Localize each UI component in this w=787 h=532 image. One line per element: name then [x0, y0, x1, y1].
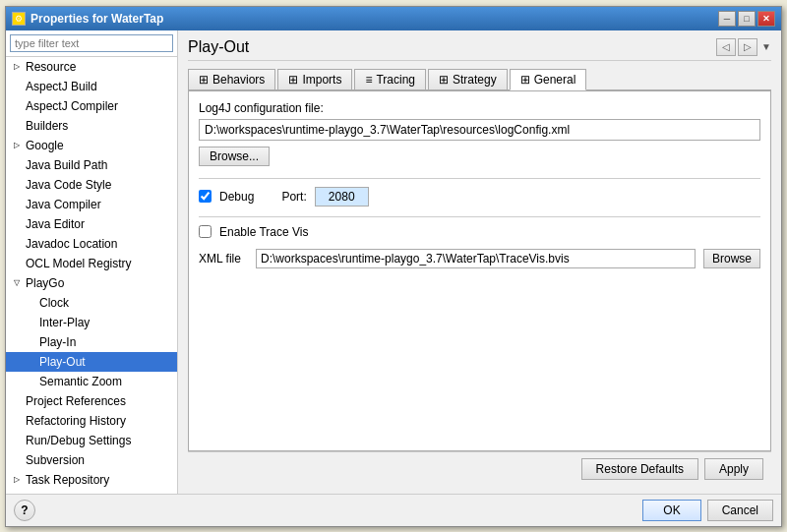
tree-arrow-resource: ▷ [14, 58, 24, 76]
filter-box [6, 30, 177, 57]
nav-dropdown-icon[interactable]: ▼ [761, 41, 771, 52]
tab-label-tracing: Tracing [376, 73, 415, 87]
tree: ▷ResourceAspectJ BuildAspectJ CompilerBu… [6, 57, 177, 494]
sidebar-item-aspectj-compiler[interactable]: AspectJ Compiler [6, 96, 177, 116]
sidebar-item-label-play-out: Play-Out [39, 353, 86, 371]
tab-label-imports: Imports [302, 73, 341, 87]
sidebar-item-semantic-zoom[interactable]: Semantic Zoom [6, 372, 177, 391]
tab-general[interactable]: ⊞General [510, 69, 587, 90]
sidebar-item-play-out[interactable]: Play-Out [6, 352, 177, 372]
trace-vis-row: Enable Trace Vis [199, 225, 760, 239]
sidebar-item-resource[interactable]: ▷Resource [6, 57, 177, 77]
tab-label-behaviors: Behaviors [212, 73, 265, 87]
sidebar-item-label-project-references: Project References [26, 392, 126, 410]
sidebar-item-label-task-repository: Task Repository [26, 471, 109, 489]
sidebar-item-run-debug-settings[interactable]: Run/Debug Settings [6, 431, 177, 450]
sidebar-item-java-build-path[interactable]: Java Build Path [6, 155, 177, 175]
sidebar-item-java-code-style[interactable]: Java Code Style [6, 175, 177, 195]
close-button[interactable]: ✕ [757, 11, 775, 27]
sidebar-item-java-editor[interactable]: Java Editor [6, 214, 177, 234]
panel-title-bar: Play-Out ◁ ▷ ▼ [188, 38, 771, 61]
tab-imports[interactable]: ⊞Imports [277, 69, 352, 89]
sidebar-item-ocl-model-registry[interactable]: OCL Model Registry [6, 254, 177, 273]
browse-button[interactable]: Browse... [199, 147, 270, 166]
log4j-label: Log4J configuration file: [199, 101, 760, 115]
filter-input[interactable] [10, 34, 173, 52]
sidebar-item-clock[interactable]: Clock [6, 293, 177, 313]
tab-icon-tracing: ≡ [365, 73, 372, 87]
tab-behaviors[interactable]: ⊞Behaviors [188, 69, 275, 89]
tab-label-strategy: Strategy [453, 73, 497, 87]
tab-label-general: General [534, 73, 576, 87]
sidebar-item-label-java-code-style: Java Code Style [26, 176, 111, 194]
footer-left: ? [14, 500, 35, 521]
footer: ? OK Cancel [6, 494, 781, 526]
main-panel: Play-Out ◁ ▷ ▼ ⊞Behaviors⊞Imports≡Tracin… [178, 30, 781, 494]
sidebar-item-play-in[interactable]: Play-In [6, 332, 177, 352]
tab-icon-strategy: ⊞ [439, 73, 449, 87]
nav-forward-button[interactable]: ▷ [738, 38, 757, 56]
sidebar-item-label-refactoring-history: Refactoring History [26, 412, 126, 430]
sidebar-item-project-references[interactable]: Project References [6, 391, 177, 411]
window-icon: ⚙ [12, 12, 26, 26]
sidebar-item-google[interactable]: ▷Google [6, 136, 177, 155]
sidebar-item-label-aspectj-compiler: AspectJ Compiler [26, 97, 118, 115]
content-area: ▷ResourceAspectJ BuildAspectJ CompilerBu… [6, 30, 781, 494]
main-window: ⚙ Properties for WaterTap ─ □ ✕ ▷Resourc… [5, 6, 782, 527]
sidebar-item-label-semantic-zoom: Semantic Zoom [39, 373, 122, 390]
sidebar-item-java-compiler[interactable]: Java Compiler [6, 195, 177, 214]
port-label: Port: [281, 190, 306, 204]
help-button[interactable]: ? [14, 500, 35, 521]
sidebar-item-label-java-compiler: Java Compiler [26, 196, 101, 213]
tabs-bar: ⊞Behaviors⊞Imports≡Tracing⊞Strategy⊞Gene… [188, 69, 771, 90]
xml-browse-button[interactable]: Browse [703, 249, 760, 268]
apply-button[interactable]: Apply [704, 458, 763, 480]
tree-arrow-google: ▷ [14, 137, 24, 154]
xml-path-input[interactable] [256, 249, 696, 268]
sidebar-item-inter-play[interactable]: Inter-Play [6, 313, 177, 332]
sidebar-item-builders[interactable]: Builders [6, 116, 177, 136]
maximize-button[interactable]: □ [738, 11, 756, 27]
sidebar-item-label-playgo: PlayGo [26, 274, 64, 292]
debug-row: Debug Port: [199, 187, 760, 207]
sidebar-item-label-javadoc-location: Javadoc Location [26, 235, 117, 253]
sidebar-item-task-repository[interactable]: ▷Task Repository [6, 470, 177, 490]
panel-title: Play-Out [188, 38, 249, 56]
port-input[interactable] [315, 187, 369, 207]
nav-back-button[interactable]: ◁ [716, 38, 736, 56]
sidebar-item-label-play-in: Play-In [39, 333, 76, 351]
form-panel: Log4J configuration file: Browse... Debu… [188, 90, 771, 451]
title-bar: ⚙ Properties for WaterTap ─ □ ✕ [6, 7, 781, 30]
tab-icon-general: ⊞ [520, 73, 530, 87]
log4j-path-input[interactable] [199, 119, 760, 141]
sidebar-item-label-subversion: Subversion [26, 451, 85, 469]
title-bar-buttons: ─ □ ✕ [718, 11, 775, 27]
tab-strategy[interactable]: ⊞Strategy [428, 69, 508, 89]
panel-nav-arrows: ◁ ▷ ▼ [716, 38, 771, 56]
debug-checkbox[interactable] [199, 190, 212, 203]
sidebar-item-aspectj-build[interactable]: AspectJ Build [6, 77, 177, 96]
tab-icon-imports: ⊞ [288, 73, 298, 87]
window-title: Properties for WaterTap [30, 12, 163, 26]
sidebar-item-label-run-debug-settings: Run/Debug Settings [26, 432, 131, 449]
ok-button[interactable]: OK [642, 500, 700, 521]
sidebar-item-refactoring-history[interactable]: Refactoring History [6, 411, 177, 431]
log4j-group: Log4J configuration file: Browse... [199, 101, 760, 166]
sidebar-item-subversion[interactable]: Subversion [6, 450, 177, 470]
restore-defaults-button[interactable]: Restore Defaults [581, 458, 698, 480]
debug-label: Debug [219, 190, 254, 204]
sidebar-item-playgo[interactable]: ▽PlayGo [6, 273, 177, 293]
sidebar-item-label-java-editor: Java Editor [26, 215, 85, 233]
tab-tracing[interactable]: ≡Tracing [354, 69, 426, 89]
minimize-button[interactable]: ─ [718, 11, 736, 27]
tree-arrow-task-repository: ▷ [14, 471, 24, 489]
sidebar-item-javadoc-location[interactable]: Javadoc Location [6, 234, 177, 254]
cancel-button[interactable]: Cancel [707, 500, 773, 521]
trace-vis-checkbox[interactable] [199, 225, 212, 238]
sidebar-item-label-inter-play: Inter-Play [39, 314, 90, 331]
trace-vis-label: Enable Trace Vis [219, 225, 309, 239]
title-bar-left: ⚙ Properties for WaterTap [12, 12, 163, 26]
sidebar-item-label-clock: Clock [39, 294, 69, 312]
action-bar: Restore Defaults Apply [188, 451, 771, 486]
xml-file-label: XML file [199, 252, 248, 266]
